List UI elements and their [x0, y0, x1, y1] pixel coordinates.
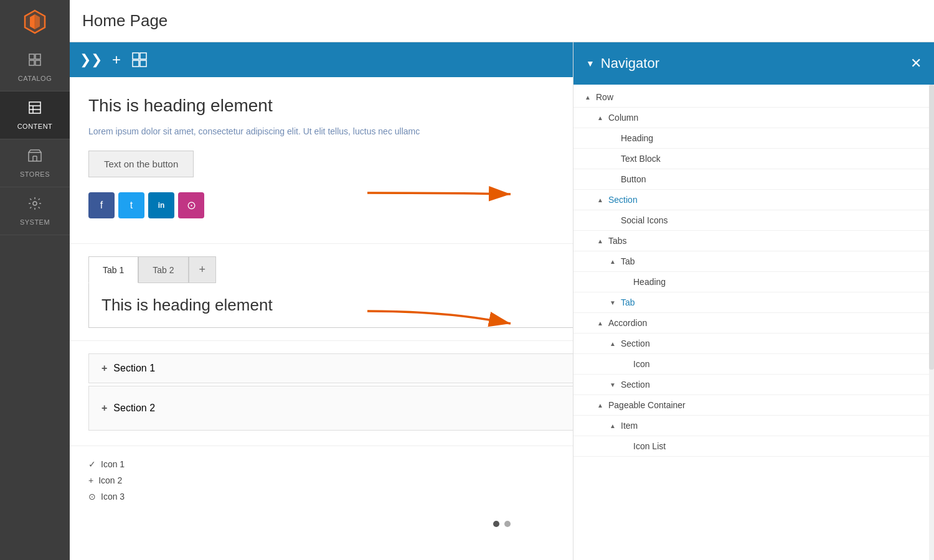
section-1-expand-icon[interactable]: +: [101, 363, 107, 374]
tree-item-social-icons[interactable]: Social Icons: [573, 210, 934, 231]
facebook-icon[interactable]: f: [88, 192, 115, 218]
svg-point-17: [33, 202, 37, 205]
tree-label-text-block: Text Block: [621, 154, 661, 164]
tree-item-accordion-section-2[interactable]: Section: [573, 375, 934, 395]
sidebar-item-content-label: CONTENT: [17, 123, 53, 130]
svg-rect-13: [29, 152, 41, 161]
tree-item-accordion-section-1[interactable]: Section: [573, 334, 934, 354]
tree-arrow-column: [596, 113, 605, 122]
tree-arrow-item: [608, 421, 617, 430]
icon-check: ✓: [88, 459, 96, 469]
linkedin-icon[interactable]: in: [148, 192, 174, 218]
section-2-label: Section 2: [113, 403, 155, 414]
tree-item-section-1[interactable]: Section: [573, 190, 934, 210]
tree-label-accordion: Accordion: [608, 318, 647, 328]
sidebar-item-system-label: SYSTEM: [20, 218, 50, 226]
tree-arrow-row: [583, 93, 592, 101]
tree-label-accordion-section-2: Section: [621, 380, 650, 390]
icon-plus: +: [88, 475, 93, 485]
svg-rect-21: [140, 60, 146, 67]
tree-label-tabs: Tabs: [608, 236, 627, 246]
navigator-title: ▼ Navigator: [586, 55, 659, 72]
sidebar-logo: [0, 0, 70, 44]
sidebar-item-catalog-label: CATALOG: [18, 75, 52, 82]
sidebar-item-system[interactable]: SYSTEM: [0, 187, 70, 235]
arrows-icon[interactable]: ❯❯: [80, 52, 102, 68]
navigator-title-text: Navigator: [601, 55, 659, 72]
navigator-close-button[interactable]: ✕: [910, 55, 922, 72]
dot-1[interactable]: [493, 521, 499, 527]
tree-label-accordion-section-1: Section: [621, 338, 650, 348]
scrollbar-thumb[interactable]: [929, 85, 934, 370]
svg-rect-8: [35, 60, 40, 65]
tree-arrow-accordion-section-2: [608, 380, 617, 389]
tree-label-pageable-container: Pageable Container: [608, 400, 686, 410]
tree-item-tabs[interactable]: Tabs: [573, 231, 934, 251]
sidebar-item-catalog[interactable]: CATALOG: [0, 44, 70, 91]
tab-2-button[interactable]: Tab 2: [138, 256, 188, 283]
tree-label-tab-2: Tab: [621, 297, 635, 307]
svg-rect-6: [35, 54, 40, 59]
tree-arrow-pageable-container: [596, 401, 605, 409]
svg-rect-5: [29, 54, 34, 59]
tree-label-icon: Icon: [633, 359, 649, 369]
dot-2[interactable]: [504, 521, 511, 527]
svg-rect-7: [29, 60, 34, 65]
tree-label-column: Column: [608, 113, 638, 123]
tree-arrow-section-1: [596, 195, 605, 204]
system-icon: [27, 196, 42, 215]
tree-label-icon-list: Icon List: [633, 441, 666, 451]
content-icon: [27, 100, 42, 119]
tree-arrow-accordion-section-1: [608, 339, 617, 348]
tree-label-tab-heading: Heading: [633, 277, 666, 287]
stores-icon: [27, 148, 42, 167]
tree-item-text-block[interactable]: Text Block: [573, 149, 934, 169]
section-1-left: + Section 1: [101, 363, 155, 374]
tree-label-social-icons: Social Icons: [621, 215, 667, 225]
tree-item-tab-1[interactable]: Tab: [573, 251, 934, 272]
tree-item-accordion[interactable]: Accordion: [573, 313, 934, 334]
tree-arrow-tab-2: [608, 298, 617, 307]
section-1-label: Section 1: [113, 363, 155, 374]
icon-circle: ⊙: [88, 492, 96, 502]
page-header: Home Page: [70, 0, 934, 42]
page-button[interactable]: Text on the button: [88, 151, 194, 177]
tree-item-tab-2[interactable]: Tab: [573, 292, 934, 313]
tree-label-heading: Heading: [621, 133, 653, 143]
tree-label-row: Row: [596, 92, 613, 102]
icon-1-label: Icon 1: [101, 459, 125, 469]
icon-3-label: Icon 3: [101, 492, 125, 502]
grid-view-icon[interactable]: [131, 51, 148, 68]
add-tab-button[interactable]: +: [189, 256, 217, 283]
catalog-icon: [27, 52, 42, 71]
svg-rect-20: [133, 60, 139, 67]
tree-label-button: Button: [621, 174, 646, 184]
sidebar-item-stores[interactable]: STORES: [0, 139, 70, 187]
tree-label-section-1: Section: [608, 195, 638, 205]
sidebar-item-stores-label: STORES: [20, 170, 50, 178]
twitter-icon[interactable]: t: [118, 192, 144, 218]
content-wrapper: ❯❯ + This is heading element Lorem ipsum: [70, 42, 934, 560]
page-title: Home Page: [82, 11, 167, 30]
tree-item-icon-list[interactable]: Icon List: [573, 436, 934, 457]
tree-item-column[interactable]: Column: [573, 108, 934, 128]
tree-item-heading[interactable]: Heading: [573, 128, 934, 149]
section-2-expand-icon[interactable]: +: [101, 403, 107, 414]
tree-item-tab-heading[interactable]: Heading: [573, 272, 934, 292]
svg-rect-18: [133, 53, 139, 59]
tab-1-button[interactable]: Tab 1: [88, 256, 138, 283]
instagram-icon[interactable]: ⊙: [178, 192, 204, 218]
tree-label-item: Item: [621, 421, 638, 431]
tree-item-icon[interactable]: Icon: [573, 354, 934, 375]
sidebar: CATALOG CONTENT STORES: [0, 0, 70, 560]
section-2-left: + Section 2: [101, 403, 155, 414]
tree-item-item[interactable]: Item: [573, 416, 934, 436]
tree-arrow-tabs: [596, 236, 605, 245]
sidebar-item-content[interactable]: CONTENT: [0, 91, 70, 139]
svg-rect-9: [29, 102, 40, 113]
tree-item-button[interactable]: Button: [573, 169, 934, 190]
add-element-icon[interactable]: +: [112, 51, 121, 68]
tree-arrow-tab-1: [608, 257, 617, 266]
tree-item-pageable-container[interactable]: Pageable Container: [573, 395, 934, 416]
tree-item-row[interactable]: Row: [573, 87, 934, 108]
